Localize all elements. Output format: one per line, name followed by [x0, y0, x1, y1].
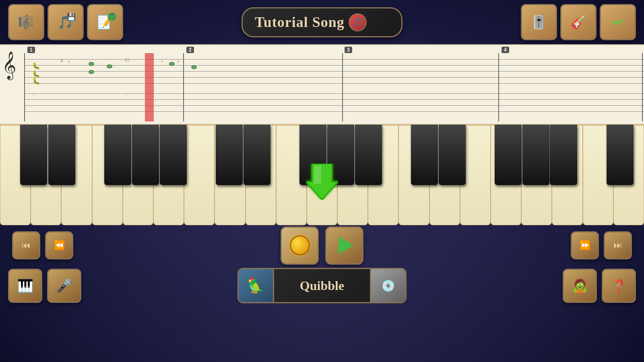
instrument-button[interactable]: 🎸: [560, 4, 597, 40]
top-right-toolbar: 🎚️ 🎸 ↩: [521, 4, 636, 40]
record-button[interactable]: [281, 226, 319, 265]
accidental-flat-2: #♭: [125, 57, 130, 63]
song-title-text: Tutorial Song: [255, 14, 345, 31]
black-key-5[interactable]: [160, 125, 187, 185]
note-circle-1: [89, 62, 94, 66]
black-key-7[interactable]: [244, 125, 270, 185]
note-3: 🐛: [32, 77, 40, 85]
playback-controls: ⏮ ⏪ ⏩ ⏭: [0, 225, 644, 265]
song-title-icon: 🎵: [349, 13, 367, 31]
main-container: 🎼 🎵 💾 📝 🎵 Tutorial Song 🎵: [0, 0, 644, 362]
clipboard-button[interactable]: 📝 🎵: [87, 4, 123, 40]
black-key-4[interactable]: [132, 125, 159, 185]
black-key-3[interactable]: [104, 125, 131, 185]
bar-line-4: [642, 53, 643, 121]
step-forward-icon: ⏩: [580, 240, 590, 251]
rewind-controls: ⏮ ⏪: [12, 231, 73, 259]
tuner-icon: 🎚️: [531, 14, 547, 30]
step-back-icon: ⏪: [54, 240, 65, 251]
staff-line-2: [24, 65, 644, 66]
staff-line-7: [24, 99, 644, 100]
undo-icon: ↩: [613, 14, 623, 30]
top-left-toolbar: 🎼 🎵 💾 📝 🎵: [8, 4, 123, 40]
black-key-8[interactable]: [299, 125, 326, 185]
black-key-16[interactable]: [607, 125, 634, 185]
rewind-icon: ⏮: [22, 240, 31, 251]
staff-line-1: [24, 59, 644, 60]
black-key-12[interactable]: [439, 125, 466, 185]
piano-keyboard: [0, 125, 644, 225]
microphone-button[interactable]: 🎤: [47, 269, 81, 303]
undo-button[interactable]: ↩: [600, 4, 636, 40]
record-circle: [290, 235, 310, 255]
black-key-14[interactable]: [522, 125, 549, 185]
note-circle-3: [107, 64, 112, 68]
white-key-7[interactable]: [184, 125, 215, 225]
song-title-bar: Tutorial Song 🎵: [123, 7, 521, 37]
instrument-icon: 🎸: [570, 14, 586, 30]
sheet-music-button[interactable]: 🎼: [8, 4, 44, 40]
black-key-6[interactable]: [216, 125, 243, 185]
notes-save-button[interactable]: 🎵 💾: [47, 4, 84, 40]
character-portrait[interactable]: 🦜: [239, 268, 274, 303]
help-settings-button[interactable]: ❓ ⚙: [602, 269, 636, 303]
character-portrait-icon: 🦜: [247, 277, 265, 294]
piano-section: [0, 125, 644, 225]
character-right-controls: 🧟 ❓ ⚙: [563, 269, 636, 303]
black-key-15[interactable]: [550, 125, 577, 185]
staff-line-4: [24, 77, 644, 78]
treble-clef: 𝄞: [2, 53, 16, 77]
play-triangle-icon: [339, 237, 354, 254]
tuner-button[interactable]: 🎚️: [521, 4, 557, 40]
accidental-flat-1: ♭: [68, 58, 70, 64]
accidental-flat-4: ♭: [177, 58, 180, 64]
bar-line-1: [183, 53, 184, 121]
note-2: 🐛: [32, 70, 40, 78]
black-key-10[interactable]: [355, 125, 382, 185]
note-low-2: ○: [125, 91, 128, 97]
character-display: 🦜 Quibble 💿: [237, 268, 407, 303]
step-forward-button[interactable]: ⏩: [571, 231, 599, 259]
character-name: Quibble: [274, 278, 370, 293]
song-title-icon-symbol: 🎵: [353, 17, 363, 27]
sheet-music-icon: 🎼: [18, 14, 34, 30]
piano-keys-icon: 🎹: [17, 278, 33, 293]
notes-save-icon: 🎵 💾: [58, 14, 74, 30]
clipboard-icon: 📝 🎵: [97, 14, 113, 30]
character-select-icon: 🧟: [572, 278, 588, 293]
note-circle-5: [191, 65, 197, 69]
sheet-area: 1 2 3 4: [0, 44, 644, 125]
instrument-controls: 🎹 🎤: [8, 269, 81, 303]
black-key-11[interactable]: [411, 125, 438, 185]
character-select-button[interactable]: 🧟: [563, 269, 597, 303]
staff-line-8: [24, 105, 644, 106]
step-back-button[interactable]: ⏪: [45, 231, 73, 259]
note-1: 🐛: [32, 62, 40, 70]
bar-line-3: [498, 53, 499, 121]
rewind-button[interactable]: ⏮: [12, 231, 40, 259]
black-key-9[interactable]: [327, 125, 354, 185]
staff-line-9: [24, 111, 644, 112]
accidental-sharp: #: [60, 58, 63, 64]
song-title-container[interactable]: Tutorial Song 🎵: [242, 7, 402, 37]
playhead: [145, 53, 154, 121]
staff-line-5: [24, 83, 644, 84]
play-record-controls: [281, 226, 363, 265]
bar-line-start: [24, 53, 25, 121]
staff-lines: 𝄞 🐛 🐛 🐛 # ♭ #♭ ♭ ♭: [24, 49, 644, 117]
black-key-2[interactable]: [48, 125, 75, 185]
note-circle-2: [89, 70, 94, 74]
piano-keys-button[interactable]: 🎹: [8, 269, 42, 303]
character-item-slot[interactable]: 💿: [370, 268, 405, 303]
black-key-1[interactable]: [20, 125, 47, 185]
note-circle-4: [169, 62, 175, 66]
forward-controls: ⏩ ⏭: [571, 231, 632, 259]
fast-forward-button[interactable]: ⏭: [604, 231, 632, 259]
fast-forward-icon: ⏭: [613, 240, 622, 251]
play-button[interactable]: [325, 226, 363, 265]
black-key-13[interactable]: [495, 125, 522, 185]
staff-line-3: [24, 71, 644, 72]
top-bar: 🎼 🎵 💾 📝 🎵 Tutorial Song 🎵: [0, 0, 644, 44]
bar-line-2: [342, 53, 343, 121]
character-bar: 🎹 🎤 🦜 Quibble 💿 🧟 ❓ ⚙: [0, 265, 644, 306]
